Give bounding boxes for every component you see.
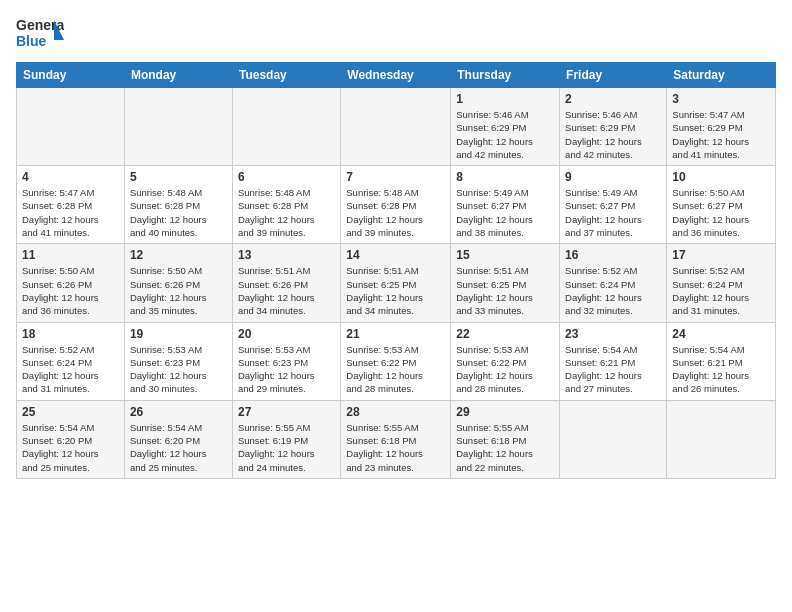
calendar-cell: 18Sunrise: 5:52 AMSunset: 6:24 PMDayligh… bbox=[17, 322, 125, 400]
calendar-cell: 1Sunrise: 5:46 AMSunset: 6:29 PMDaylight… bbox=[451, 88, 560, 166]
day-number: 14 bbox=[346, 248, 445, 262]
day-info: Sunrise: 5:52 AMSunset: 6:24 PMDaylight:… bbox=[672, 264, 770, 317]
calendar-cell: 15Sunrise: 5:51 AMSunset: 6:25 PMDayligh… bbox=[451, 244, 560, 322]
day-info: Sunrise: 5:49 AMSunset: 6:27 PMDaylight:… bbox=[456, 186, 554, 239]
day-info: Sunrise: 5:47 AMSunset: 6:28 PMDaylight:… bbox=[22, 186, 119, 239]
calendar-cell: 2Sunrise: 5:46 AMSunset: 6:29 PMDaylight… bbox=[560, 88, 667, 166]
header: General Blue bbox=[16, 12, 776, 56]
calendar-header-thursday: Thursday bbox=[451, 63, 560, 88]
calendar-cell: 10Sunrise: 5:50 AMSunset: 6:27 PMDayligh… bbox=[667, 166, 776, 244]
calendar-cell: 16Sunrise: 5:52 AMSunset: 6:24 PMDayligh… bbox=[560, 244, 667, 322]
calendar-cell: 11Sunrise: 5:50 AMSunset: 6:26 PMDayligh… bbox=[17, 244, 125, 322]
logo-icon: General Blue bbox=[16, 12, 64, 56]
calendar-cell: 7Sunrise: 5:48 AMSunset: 6:28 PMDaylight… bbox=[341, 166, 451, 244]
day-number: 9 bbox=[565, 170, 661, 184]
calendar-cell: 25Sunrise: 5:54 AMSunset: 6:20 PMDayligh… bbox=[17, 400, 125, 478]
calendar-cell: 22Sunrise: 5:53 AMSunset: 6:22 PMDayligh… bbox=[451, 322, 560, 400]
calendar-header-row: SundayMondayTuesdayWednesdayThursdayFrid… bbox=[17, 63, 776, 88]
day-number: 19 bbox=[130, 327, 227, 341]
day-number: 16 bbox=[565, 248, 661, 262]
day-number: 24 bbox=[672, 327, 770, 341]
day-number: 29 bbox=[456, 405, 554, 419]
day-info: Sunrise: 5:48 AMSunset: 6:28 PMDaylight:… bbox=[346, 186, 445, 239]
day-number: 15 bbox=[456, 248, 554, 262]
calendar-cell: 20Sunrise: 5:53 AMSunset: 6:23 PMDayligh… bbox=[232, 322, 340, 400]
day-info: Sunrise: 5:53 AMSunset: 6:23 PMDaylight:… bbox=[238, 343, 335, 396]
calendar-header-sunday: Sunday bbox=[17, 63, 125, 88]
day-info: Sunrise: 5:52 AMSunset: 6:24 PMDaylight:… bbox=[22, 343, 119, 396]
day-number: 27 bbox=[238, 405, 335, 419]
day-info: Sunrise: 5:46 AMSunset: 6:29 PMDaylight:… bbox=[565, 108, 661, 161]
calendar-cell: 3Sunrise: 5:47 AMSunset: 6:29 PMDaylight… bbox=[667, 88, 776, 166]
calendar-cell: 12Sunrise: 5:50 AMSunset: 6:26 PMDayligh… bbox=[124, 244, 232, 322]
day-info: Sunrise: 5:52 AMSunset: 6:24 PMDaylight:… bbox=[565, 264, 661, 317]
calendar: SundayMondayTuesdayWednesdayThursdayFrid… bbox=[16, 62, 776, 479]
calendar-cell bbox=[17, 88, 125, 166]
calendar-header-friday: Friday bbox=[560, 63, 667, 88]
calendar-body: 1Sunrise: 5:46 AMSunset: 6:29 PMDaylight… bbox=[17, 88, 776, 479]
calendar-cell: 24Sunrise: 5:54 AMSunset: 6:21 PMDayligh… bbox=[667, 322, 776, 400]
day-number: 28 bbox=[346, 405, 445, 419]
day-number: 26 bbox=[130, 405, 227, 419]
day-info: Sunrise: 5:51 AMSunset: 6:25 PMDaylight:… bbox=[346, 264, 445, 317]
day-number: 5 bbox=[130, 170, 227, 184]
day-number: 23 bbox=[565, 327, 661, 341]
day-number: 7 bbox=[346, 170, 445, 184]
day-info: Sunrise: 5:55 AMSunset: 6:18 PMDaylight:… bbox=[346, 421, 445, 474]
day-info: Sunrise: 5:53 AMSunset: 6:23 PMDaylight:… bbox=[130, 343, 227, 396]
calendar-week-4: 18Sunrise: 5:52 AMSunset: 6:24 PMDayligh… bbox=[17, 322, 776, 400]
day-number: 25 bbox=[22, 405, 119, 419]
calendar-header-saturday: Saturday bbox=[667, 63, 776, 88]
day-info: Sunrise: 5:50 AMSunset: 6:26 PMDaylight:… bbox=[130, 264, 227, 317]
calendar-cell bbox=[124, 88, 232, 166]
day-number: 8 bbox=[456, 170, 554, 184]
calendar-header-tuesday: Tuesday bbox=[232, 63, 340, 88]
calendar-cell: 8Sunrise: 5:49 AMSunset: 6:27 PMDaylight… bbox=[451, 166, 560, 244]
day-info: Sunrise: 5:49 AMSunset: 6:27 PMDaylight:… bbox=[565, 186, 661, 239]
calendar-week-5: 25Sunrise: 5:54 AMSunset: 6:20 PMDayligh… bbox=[17, 400, 776, 478]
calendar-cell: 23Sunrise: 5:54 AMSunset: 6:21 PMDayligh… bbox=[560, 322, 667, 400]
calendar-cell: 9Sunrise: 5:49 AMSunset: 6:27 PMDaylight… bbox=[560, 166, 667, 244]
calendar-cell: 4Sunrise: 5:47 AMSunset: 6:28 PMDaylight… bbox=[17, 166, 125, 244]
calendar-cell bbox=[560, 400, 667, 478]
day-info: Sunrise: 5:46 AMSunset: 6:29 PMDaylight:… bbox=[456, 108, 554, 161]
day-number: 11 bbox=[22, 248, 119, 262]
calendar-cell bbox=[232, 88, 340, 166]
day-number: 3 bbox=[672, 92, 770, 106]
day-info: Sunrise: 5:48 AMSunset: 6:28 PMDaylight:… bbox=[130, 186, 227, 239]
svg-text:Blue: Blue bbox=[16, 33, 47, 49]
page: General Blue SundayMondayTuesdayWednesda… bbox=[0, 0, 792, 612]
calendar-cell bbox=[667, 400, 776, 478]
calendar-cell: 19Sunrise: 5:53 AMSunset: 6:23 PMDayligh… bbox=[124, 322, 232, 400]
day-number: 12 bbox=[130, 248, 227, 262]
calendar-cell: 26Sunrise: 5:54 AMSunset: 6:20 PMDayligh… bbox=[124, 400, 232, 478]
calendar-cell: 27Sunrise: 5:55 AMSunset: 6:19 PMDayligh… bbox=[232, 400, 340, 478]
calendar-cell: 5Sunrise: 5:48 AMSunset: 6:28 PMDaylight… bbox=[124, 166, 232, 244]
calendar-cell: 29Sunrise: 5:55 AMSunset: 6:18 PMDayligh… bbox=[451, 400, 560, 478]
calendar-cell: 17Sunrise: 5:52 AMSunset: 6:24 PMDayligh… bbox=[667, 244, 776, 322]
day-info: Sunrise: 5:47 AMSunset: 6:29 PMDaylight:… bbox=[672, 108, 770, 161]
day-number: 13 bbox=[238, 248, 335, 262]
day-number: 1 bbox=[456, 92, 554, 106]
day-number: 6 bbox=[238, 170, 335, 184]
day-number: 4 bbox=[22, 170, 119, 184]
day-info: Sunrise: 5:55 AMSunset: 6:18 PMDaylight:… bbox=[456, 421, 554, 474]
calendar-cell: 21Sunrise: 5:53 AMSunset: 6:22 PMDayligh… bbox=[341, 322, 451, 400]
day-info: Sunrise: 5:53 AMSunset: 6:22 PMDaylight:… bbox=[456, 343, 554, 396]
calendar-week-1: 1Sunrise: 5:46 AMSunset: 6:29 PMDaylight… bbox=[17, 88, 776, 166]
day-info: Sunrise: 5:50 AMSunset: 6:27 PMDaylight:… bbox=[672, 186, 770, 239]
day-number: 21 bbox=[346, 327, 445, 341]
day-info: Sunrise: 5:51 AMSunset: 6:25 PMDaylight:… bbox=[456, 264, 554, 317]
calendar-week-2: 4Sunrise: 5:47 AMSunset: 6:28 PMDaylight… bbox=[17, 166, 776, 244]
day-info: Sunrise: 5:53 AMSunset: 6:22 PMDaylight:… bbox=[346, 343, 445, 396]
day-info: Sunrise: 5:54 AMSunset: 6:20 PMDaylight:… bbox=[130, 421, 227, 474]
day-info: Sunrise: 5:54 AMSunset: 6:20 PMDaylight:… bbox=[22, 421, 119, 474]
day-info: Sunrise: 5:54 AMSunset: 6:21 PMDaylight:… bbox=[565, 343, 661, 396]
day-info: Sunrise: 5:50 AMSunset: 6:26 PMDaylight:… bbox=[22, 264, 119, 317]
calendar-cell: 6Sunrise: 5:48 AMSunset: 6:28 PMDaylight… bbox=[232, 166, 340, 244]
calendar-header-wednesday: Wednesday bbox=[341, 63, 451, 88]
day-number: 10 bbox=[672, 170, 770, 184]
calendar-cell: 28Sunrise: 5:55 AMSunset: 6:18 PMDayligh… bbox=[341, 400, 451, 478]
logo: General Blue bbox=[16, 12, 64, 56]
day-info: Sunrise: 5:55 AMSunset: 6:19 PMDaylight:… bbox=[238, 421, 335, 474]
